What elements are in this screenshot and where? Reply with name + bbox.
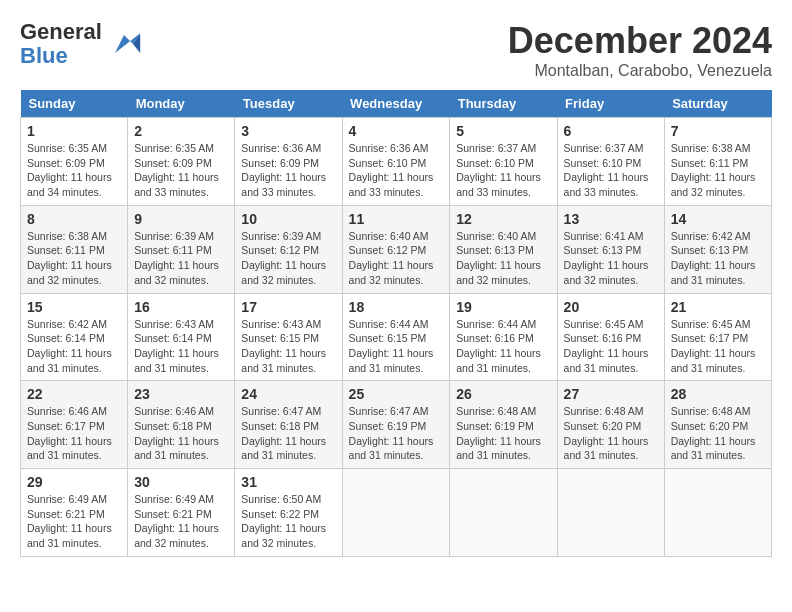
day-number: 6: [564, 123, 658, 139]
header-thursday: Thursday: [450, 90, 557, 118]
day-info: Sunrise: 6:43 AMSunset: 6:14 PMDaylight:…: [134, 317, 228, 376]
calendar-cell: 15Sunrise: 6:42 AMSunset: 6:14 PMDayligh…: [21, 293, 128, 381]
calendar-week-1: 1Sunrise: 6:35 AMSunset: 6:09 PMDaylight…: [21, 118, 772, 206]
calendar-cell: [342, 469, 450, 557]
calendar-cell: 3Sunrise: 6:36 AMSunset: 6:09 PMDaylight…: [235, 118, 342, 206]
header-sunday: Sunday: [21, 90, 128, 118]
calendar-cell: 21Sunrise: 6:45 AMSunset: 6:17 PMDayligh…: [664, 293, 771, 381]
day-number: 26: [456, 386, 550, 402]
day-info: Sunrise: 6:50 AMSunset: 6:22 PMDaylight:…: [241, 492, 335, 551]
calendar-cell: [450, 469, 557, 557]
calendar-cell: 12Sunrise: 6:40 AMSunset: 6:13 PMDayligh…: [450, 205, 557, 293]
calendar-cell: 14Sunrise: 6:42 AMSunset: 6:13 PMDayligh…: [664, 205, 771, 293]
day-number: 7: [671, 123, 765, 139]
day-info: Sunrise: 6:44 AMSunset: 6:16 PMDaylight:…: [456, 317, 550, 376]
day-info: Sunrise: 6:42 AMSunset: 6:13 PMDaylight:…: [671, 229, 765, 288]
day-number: 5: [456, 123, 550, 139]
day-info: Sunrise: 6:46 AMSunset: 6:17 PMDaylight:…: [27, 404, 121, 463]
day-number: 29: [27, 474, 121, 490]
header-wednesday: Wednesday: [342, 90, 450, 118]
location-title: Montalban, Carabobo, Venezuela: [508, 62, 772, 80]
calendar-cell: 6Sunrise: 6:37 AMSunset: 6:10 PMDaylight…: [557, 118, 664, 206]
calendar-cell: [557, 469, 664, 557]
day-number: 27: [564, 386, 658, 402]
day-number: 15: [27, 299, 121, 315]
calendar-cell: 27Sunrise: 6:48 AMSunset: 6:20 PMDayligh…: [557, 381, 664, 469]
header-saturday: Saturday: [664, 90, 771, 118]
calendar-cell: 5Sunrise: 6:37 AMSunset: 6:10 PMDaylight…: [450, 118, 557, 206]
calendar-cell: 22Sunrise: 6:46 AMSunset: 6:17 PMDayligh…: [21, 381, 128, 469]
day-info: Sunrise: 6:46 AMSunset: 6:18 PMDaylight:…: [134, 404, 228, 463]
logo-icon: [106, 26, 142, 62]
calendar-cell: 29Sunrise: 6:49 AMSunset: 6:21 PMDayligh…: [21, 469, 128, 557]
day-number: 8: [27, 211, 121, 227]
day-number: 16: [134, 299, 228, 315]
logo-general-text: General: [20, 19, 102, 44]
day-info: Sunrise: 6:47 AMSunset: 6:18 PMDaylight:…: [241, 404, 335, 463]
day-info: Sunrise: 6:39 AMSunset: 6:12 PMDaylight:…: [241, 229, 335, 288]
day-info: Sunrise: 6:44 AMSunset: 6:15 PMDaylight:…: [349, 317, 444, 376]
day-info: Sunrise: 6:37 AMSunset: 6:10 PMDaylight:…: [564, 141, 658, 200]
calendar-cell: 16Sunrise: 6:43 AMSunset: 6:14 PMDayligh…: [128, 293, 235, 381]
calendar-cell: 13Sunrise: 6:41 AMSunset: 6:13 PMDayligh…: [557, 205, 664, 293]
header-tuesday: Tuesday: [235, 90, 342, 118]
day-info: Sunrise: 6:49 AMSunset: 6:21 PMDaylight:…: [27, 492, 121, 551]
calendar-cell: 10Sunrise: 6:39 AMSunset: 6:12 PMDayligh…: [235, 205, 342, 293]
calendar-cell: 23Sunrise: 6:46 AMSunset: 6:18 PMDayligh…: [128, 381, 235, 469]
day-info: Sunrise: 6:40 AMSunset: 6:12 PMDaylight:…: [349, 229, 444, 288]
day-number: 19: [456, 299, 550, 315]
day-info: Sunrise: 6:38 AMSunset: 6:11 PMDaylight:…: [671, 141, 765, 200]
day-number: 23: [134, 386, 228, 402]
day-number: 12: [456, 211, 550, 227]
day-number: 31: [241, 474, 335, 490]
day-number: 2: [134, 123, 228, 139]
day-info: Sunrise: 6:39 AMSunset: 6:11 PMDaylight:…: [134, 229, 228, 288]
calendar-cell: 24Sunrise: 6:47 AMSunset: 6:18 PMDayligh…: [235, 381, 342, 469]
calendar-cell: 1Sunrise: 6:35 AMSunset: 6:09 PMDaylight…: [21, 118, 128, 206]
calendar-cell: 9Sunrise: 6:39 AMSunset: 6:11 PMDaylight…: [128, 205, 235, 293]
header-friday: Friday: [557, 90, 664, 118]
calendar-cell: 28Sunrise: 6:48 AMSunset: 6:20 PMDayligh…: [664, 381, 771, 469]
calendar-cell: 25Sunrise: 6:47 AMSunset: 6:19 PMDayligh…: [342, 381, 450, 469]
day-number: 20: [564, 299, 658, 315]
calendar-week-5: 29Sunrise: 6:49 AMSunset: 6:21 PMDayligh…: [21, 469, 772, 557]
day-info: Sunrise: 6:45 AMSunset: 6:16 PMDaylight:…: [564, 317, 658, 376]
day-number: 24: [241, 386, 335, 402]
day-number: 13: [564, 211, 658, 227]
title-block: December 2024 Montalban, Carabobo, Venez…: [508, 20, 772, 80]
day-number: 28: [671, 386, 765, 402]
day-info: Sunrise: 6:48 AMSunset: 6:19 PMDaylight:…: [456, 404, 550, 463]
day-number: 18: [349, 299, 444, 315]
day-info: Sunrise: 6:38 AMSunset: 6:11 PMDaylight:…: [27, 229, 121, 288]
calendar-cell: 26Sunrise: 6:48 AMSunset: 6:19 PMDayligh…: [450, 381, 557, 469]
day-number: 9: [134, 211, 228, 227]
day-info: Sunrise: 6:36 AMSunset: 6:09 PMDaylight:…: [241, 141, 335, 200]
day-info: Sunrise: 6:48 AMSunset: 6:20 PMDaylight:…: [671, 404, 765, 463]
calendar-cell: 20Sunrise: 6:45 AMSunset: 6:16 PMDayligh…: [557, 293, 664, 381]
day-info: Sunrise: 6:41 AMSunset: 6:13 PMDaylight:…: [564, 229, 658, 288]
day-info: Sunrise: 6:36 AMSunset: 6:10 PMDaylight:…: [349, 141, 444, 200]
day-number: 4: [349, 123, 444, 139]
calendar-cell: 19Sunrise: 6:44 AMSunset: 6:16 PMDayligh…: [450, 293, 557, 381]
calendar-table: SundayMondayTuesdayWednesdayThursdayFrid…: [20, 90, 772, 557]
day-number: 1: [27, 123, 121, 139]
day-info: Sunrise: 6:49 AMSunset: 6:21 PMDaylight:…: [134, 492, 228, 551]
day-number: 21: [671, 299, 765, 315]
calendar-header-row: SundayMondayTuesdayWednesdayThursdayFrid…: [21, 90, 772, 118]
day-info: Sunrise: 6:35 AMSunset: 6:09 PMDaylight:…: [134, 141, 228, 200]
day-number: 3: [241, 123, 335, 139]
day-info: Sunrise: 6:40 AMSunset: 6:13 PMDaylight:…: [456, 229, 550, 288]
day-info: Sunrise: 6:42 AMSunset: 6:14 PMDaylight:…: [27, 317, 121, 376]
calendar-week-3: 15Sunrise: 6:42 AMSunset: 6:14 PMDayligh…: [21, 293, 772, 381]
day-number: 10: [241, 211, 335, 227]
calendar-cell: 17Sunrise: 6:43 AMSunset: 6:15 PMDayligh…: [235, 293, 342, 381]
calendar-cell: 11Sunrise: 6:40 AMSunset: 6:12 PMDayligh…: [342, 205, 450, 293]
day-info: Sunrise: 6:47 AMSunset: 6:19 PMDaylight:…: [349, 404, 444, 463]
logo-blue-text: Blue: [20, 43, 68, 68]
calendar-cell: 8Sunrise: 6:38 AMSunset: 6:11 PMDaylight…: [21, 205, 128, 293]
day-number: 11: [349, 211, 444, 227]
calendar-cell: 2Sunrise: 6:35 AMSunset: 6:09 PMDaylight…: [128, 118, 235, 206]
header-monday: Monday: [128, 90, 235, 118]
calendar-week-4: 22Sunrise: 6:46 AMSunset: 6:17 PMDayligh…: [21, 381, 772, 469]
day-info: Sunrise: 6:48 AMSunset: 6:20 PMDaylight:…: [564, 404, 658, 463]
